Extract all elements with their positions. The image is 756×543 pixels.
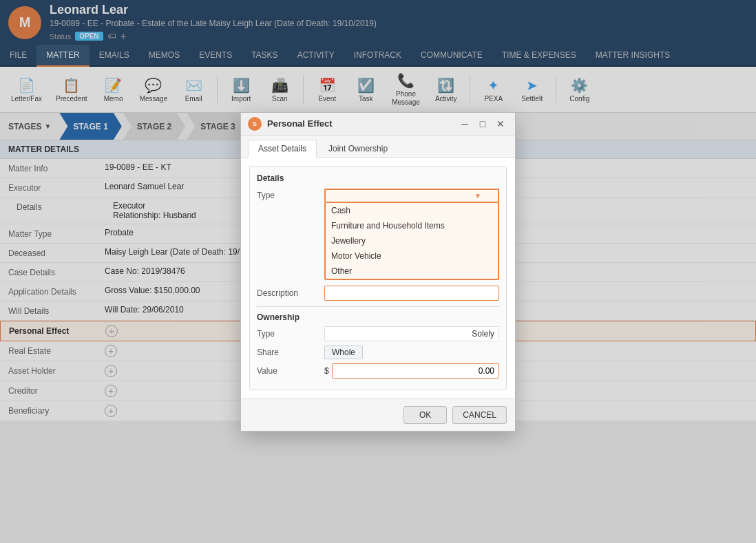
- tab-joint-ownership[interactable]: Joint Ownership: [318, 140, 398, 157]
- share-row: Share Whole: [257, 345, 499, 359]
- cancel-button[interactable]: CANCEL: [452, 406, 507, 424]
- personal-effect-dialog: S Personal Effect ─ □ ✕ Asset Details Jo…: [240, 112, 516, 432]
- share-value[interactable]: Whole: [324, 345, 363, 359]
- dialog-title-left: S Personal Effect: [248, 117, 333, 131]
- share-label: Share: [257, 348, 319, 357]
- dialog-footer: OK CANCEL: [241, 398, 515, 431]
- dialog-minimize-button[interactable]: ─: [457, 117, 472, 131]
- ownership-subtitle: Ownership: [257, 312, 499, 322]
- dialog-logo: S: [248, 117, 262, 131]
- dialog-overlay: S Personal Effect ─ □ ✕ Asset Details Jo…: [0, 0, 756, 543]
- dropdown-arrow-icon: ▼: [474, 192, 481, 200]
- value-prefix: $: [324, 366, 329, 376]
- section-separator: [257, 306, 499, 307]
- description-form-row: Description: [257, 286, 499, 301]
- description-input[interactable]: [324, 286, 499, 301]
- dialog-controls: ─ □ ✕: [457, 117, 508, 131]
- type-label: Type: [257, 191, 319, 200]
- type-select-trigger[interactable]: ▼: [324, 189, 499, 203]
- value-input[interactable]: [332, 363, 499, 379]
- dialog-titlebar: S Personal Effect ─ □ ✕: [241, 113, 515, 136]
- ownership-type-value: Solely: [324, 326, 499, 341]
- type-select[interactable]: ▼ Cash Furniture and Household Items Jew…: [324, 189, 499, 203]
- value-label: Value: [257, 366, 319, 376]
- dialog-title: Personal Effect: [267, 118, 333, 129]
- ownership-type-label: Type: [257, 329, 319, 339]
- type-form-row: Type ▼ Cash Furniture and Household Item…: [257, 189, 499, 203]
- dropdown-item-motor-vehicle[interactable]: Motor Vehicle: [326, 248, 498, 264]
- dialog-maximize-button[interactable]: □: [475, 117, 490, 131]
- details-section: Details Type ▼ Cash Furniture and Househ…: [249, 166, 507, 390]
- dialog-close-button[interactable]: ✕: [493, 117, 508, 131]
- value-row: Value $: [257, 363, 499, 379]
- description-label: Description: [257, 288, 319, 298]
- dialog-tabs: Asset Details Joint Ownership: [241, 136, 515, 158]
- dropdown-item-jewellery[interactable]: Jewellery: [326, 233, 498, 248]
- ok-button[interactable]: OK: [403, 406, 447, 424]
- ownership-type-row: Type Solely: [257, 326, 499, 341]
- dialog-content: Details Type ▼ Cash Furniture and Househ…: [241, 158, 515, 398]
- tab-asset-details[interactable]: Asset Details: [248, 140, 317, 158]
- dropdown-item-cash[interactable]: Cash: [326, 203, 498, 218]
- dropdown-item-furniture[interactable]: Furniture and Household Items: [326, 218, 498, 233]
- dropdown-item-other[interactable]: Other: [326, 264, 498, 279]
- details-section-title: Details: [257, 173, 499, 183]
- type-dropdown-list: Cash Furniture and Household Items Jewel…: [324, 203, 499, 280]
